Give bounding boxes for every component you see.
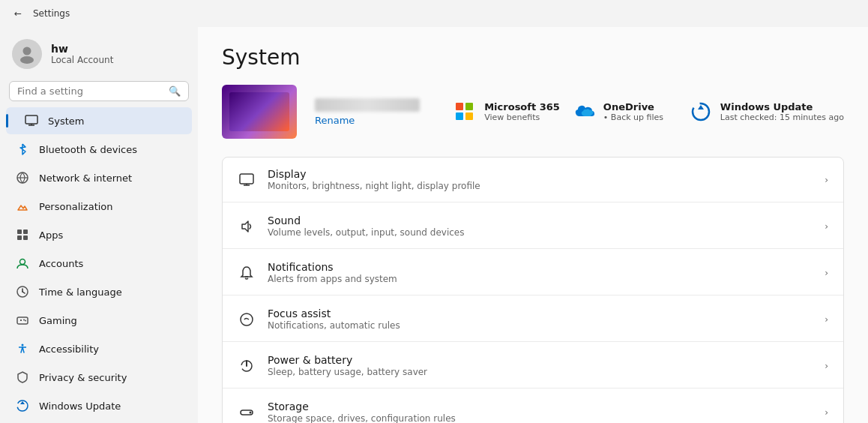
svg-rect-9 bbox=[17, 236, 22, 240]
update-nav-icon bbox=[15, 398, 30, 413]
sidebar-item-personalization[interactable]: Personalization bbox=[6, 193, 192, 220]
search-icon: 🔍 bbox=[169, 86, 181, 97]
wupdate-name: Windows Update bbox=[720, 101, 844, 112]
user-profile[interactable]: hw Local Account bbox=[0, 27, 198, 78]
sidebar-item-time[interactable]: Time & language bbox=[6, 278, 192, 305]
page-title: System bbox=[222, 45, 844, 70]
sidebar-item-accessibility[interactable]: Accessibility bbox=[6, 335, 192, 362]
settings-row-notifications[interactable]: NotificationsAlerts from apps and system… bbox=[223, 250, 843, 296]
ms365-desc: View benefits bbox=[484, 112, 560, 122]
main-content: System Rename bbox=[198, 27, 868, 423]
display-chevron: › bbox=[825, 175, 828, 185]
sidebar-item-update[interactable]: Windows Update bbox=[6, 392, 192, 419]
accessibility-nav-label: Accessibility bbox=[39, 344, 99, 355]
svg-marker-29 bbox=[242, 221, 248, 232]
user-name: hw bbox=[51, 43, 113, 55]
svg-marker-23 bbox=[20, 401, 25, 404]
sidebar-item-accounts[interactable]: Accounts bbox=[6, 250, 192, 277]
device-row: Rename Microsoft 365 Vie bbox=[222, 85, 844, 139]
accounts-nav-label: Accounts bbox=[39, 258, 83, 269]
main-layout: hw Local Account 🔍 SystemBluetooth & dev… bbox=[0, 27, 868, 423]
settings-row-power[interactable]: Power & batterySleep, battery usage, bat… bbox=[223, 344, 843, 388]
service-cards: Microsoft 365 View benefits OneDrive bbox=[453, 100, 844, 124]
display-icon bbox=[238, 171, 256, 189]
title-bar-text: Settings bbox=[33, 8, 70, 19]
settings-row-focus[interactable]: Focus assistNotifications, automatic rul… bbox=[223, 297, 843, 342]
title-bar: ← Settings bbox=[0, 0, 868, 27]
svg-point-0 bbox=[23, 47, 31, 56]
back-button[interactable]: ← bbox=[9, 4, 27, 22]
settings-row-sound[interactable]: SoundVolume levels, output, input, sound… bbox=[223, 204, 843, 249]
display-text: DisplayMonitors, brightness, night light… bbox=[268, 168, 813, 191]
storage-icon bbox=[238, 404, 256, 422]
rename-link[interactable]: Rename bbox=[315, 115, 420, 126]
device-name-blurred bbox=[315, 98, 420, 112]
ms365-icon bbox=[453, 100, 477, 124]
user-account-type: Local Account bbox=[51, 55, 113, 65]
search-box[interactable]: 🔍 bbox=[9, 81, 189, 101]
sidebar-nav: SystemBluetooth & devicesNetwork & inter… bbox=[0, 107, 198, 419]
notifications-desc: Alerts from apps and system bbox=[268, 274, 813, 284]
svg-rect-26 bbox=[240, 174, 253, 184]
settings-row-display[interactable]: DisplayMonitors, brightness, night light… bbox=[223, 158, 843, 202]
notifications-text: NotificationsAlerts from apps and system bbox=[268, 261, 813, 284]
sidebar-item-network[interactable]: Network & internet bbox=[6, 164, 192, 191]
privacy-nav-icon bbox=[15, 370, 30, 385]
time-nav-icon bbox=[15, 284, 30, 299]
display-desc: Monitors, brightness, night light, displ… bbox=[268, 181, 813, 191]
storage-chevron: › bbox=[825, 407, 828, 418]
service-card-wupdate[interactable]: Windows Update Last checked: 15 minutes … bbox=[689, 100, 844, 124]
notifications-chevron: › bbox=[825, 268, 828, 278]
sidebar-item-gaming[interactable]: Gaming bbox=[6, 307, 192, 334]
search-input[interactable] bbox=[17, 86, 163, 97]
onedrive-icon bbox=[572, 100, 596, 124]
sound-title: Sound bbox=[268, 214, 813, 226]
apps-nav-icon bbox=[15, 227, 30, 242]
svg-point-20 bbox=[22, 344, 24, 346]
sound-chevron: › bbox=[825, 221, 828, 232]
onedrive-desc: Back up files bbox=[603, 112, 663, 122]
power-title: Power & battery bbox=[268, 354, 813, 366]
storage-title: Storage bbox=[268, 400, 813, 412]
svg-point-11 bbox=[20, 260, 25, 265]
bluetooth-nav-label: Bluetooth & devices bbox=[39, 144, 137, 155]
user-info: hw Local Account bbox=[51, 43, 113, 65]
personalization-nav-icon bbox=[15, 199, 30, 214]
windows-update-icon bbox=[689, 100, 713, 124]
device-name-area: Rename bbox=[315, 98, 420, 126]
device-thumbnail bbox=[222, 85, 297, 139]
svg-rect-8 bbox=[23, 230, 28, 234]
svg-point-31 bbox=[241, 314, 253, 326]
system-nav-label: System bbox=[48, 116, 84, 127]
svg-rect-2 bbox=[25, 116, 37, 124]
gaming-nav-label: Gaming bbox=[39, 315, 77, 326]
personalization-nav-label: Personalization bbox=[39, 201, 113, 212]
svg-point-35 bbox=[250, 411, 252, 413]
onedrive-name: OneDrive bbox=[603, 101, 663, 112]
focus-title: Focus assist bbox=[268, 308, 813, 320]
focus-desc: Notifications, automatic rules bbox=[268, 320, 813, 331]
service-card-onedrive[interactable]: OneDrive Back up files bbox=[572, 100, 677, 124]
service-card-ms365[interactable]: Microsoft 365 View benefits bbox=[453, 100, 560, 124]
focus-icon bbox=[238, 310, 256, 328]
power-icon bbox=[238, 357, 256, 375]
sound-text: SoundVolume levels, output, input, sound… bbox=[268, 214, 813, 238]
time-nav-label: Time & language bbox=[39, 286, 122, 298]
sidebar-item-bluetooth[interactable]: Bluetooth & devices bbox=[6, 136, 192, 163]
svg-line-14 bbox=[22, 292, 25, 293]
sidebar: hw Local Account 🔍 SystemBluetooth & dev… bbox=[0, 27, 198, 423]
sound-desc: Volume levels, output, input, sound devi… bbox=[268, 227, 813, 238]
accessibility-nav-icon bbox=[15, 341, 30, 356]
system-nav-icon bbox=[24, 113, 39, 128]
sidebar-item-system[interactable]: System bbox=[6, 107, 192, 134]
sidebar-item-privacy[interactable]: Privacy & security bbox=[6, 364, 192, 391]
sidebar-item-apps[interactable]: Apps bbox=[6, 221, 192, 248]
storage-desc: Storage space, drives, configuration rul… bbox=[268, 413, 813, 423]
avatar bbox=[12, 39, 42, 69]
gaming-nav-icon bbox=[15, 313, 30, 328]
update-nav-label: Windows Update bbox=[39, 400, 121, 412]
svg-point-1 bbox=[20, 56, 34, 64]
bluetooth-nav-icon bbox=[15, 142, 30, 157]
settings-row-storage[interactable]: StorageStorage space, drives, configurat… bbox=[223, 390, 843, 423]
notifications-icon bbox=[238, 264, 256, 282]
